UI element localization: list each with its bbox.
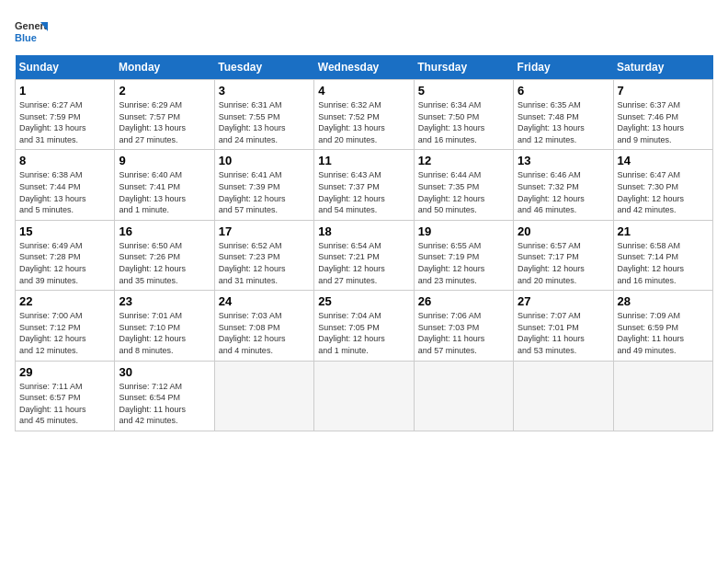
day-number: 14: [618, 154, 709, 167]
day-info: Sunrise: 6:27 AM Sunset: 7:59 PM Dayligh…: [19, 99, 110, 145]
day-number: 10: [219, 154, 310, 167]
calendar-cell: 6Sunrise: 6:35 AM Sunset: 7:48 PM Daylig…: [514, 80, 613, 150]
day-number: 17: [219, 224, 310, 238]
day-info: Sunrise: 6:34 AM Sunset: 7:50 PM Dayligh…: [418, 99, 509, 145]
day-number: 12: [418, 154, 509, 167]
day-info: Sunrise: 6:50 AM Sunset: 7:26 PM Dayligh…: [119, 240, 210, 286]
day-info: Sunrise: 7:09 AM Sunset: 6:59 PM Dayligh…: [618, 310, 709, 356]
calendar-cell: [613, 361, 712, 431]
day-number: 24: [219, 294, 310, 308]
day-info: Sunrise: 6:46 AM Sunset: 7:32 PM Dayligh…: [518, 169, 609, 215]
calendar-cell: 18Sunrise: 6:54 AM Sunset: 7:21 PM Dayli…: [314, 220, 414, 290]
calendar-cell: 9Sunrise: 6:40 AM Sunset: 7:41 PM Daylig…: [115, 150, 214, 220]
day-number: 2: [119, 84, 210, 98]
day-number: 23: [119, 294, 210, 308]
calendar-cell: 25Sunrise: 7:04 AM Sunset: 7:05 PM Dayli…: [314, 291, 414, 361]
day-number: 22: [19, 294, 110, 308]
day-number: 19: [418, 224, 509, 238]
day-info: Sunrise: 6:41 AM Sunset: 7:39 PM Dayligh…: [219, 169, 310, 215]
calendar-cell: 14Sunrise: 6:47 AM Sunset: 7:30 PM Dayli…: [613, 150, 712, 220]
calendar-cell: 20Sunrise: 6:57 AM Sunset: 7:17 PM Dayli…: [514, 220, 613, 290]
calendar-cell: 26Sunrise: 7:06 AM Sunset: 7:03 PM Dayli…: [414, 291, 513, 361]
day-header-tuesday: Tuesday: [214, 55, 313, 80]
day-info: Sunrise: 6:47 AM Sunset: 7:30 PM Dayligh…: [618, 169, 709, 215]
logo-icon: General Blue: [15, 15, 48, 48]
day-number: 15: [19, 224, 110, 238]
day-info: Sunrise: 6:31 AM Sunset: 7:55 PM Dayligh…: [219, 99, 310, 145]
day-header-saturday: Saturday: [613, 55, 712, 80]
day-number: 7: [618, 84, 709, 98]
day-number: 6: [518, 84, 609, 98]
calendar-cell: 12Sunrise: 6:44 AM Sunset: 7:35 PM Dayli…: [414, 150, 513, 220]
calendar-cell: 15Sunrise: 6:49 AM Sunset: 7:28 PM Dayli…: [16, 220, 115, 290]
calendar-cell: [414, 361, 513, 431]
calendar-cell: 22Sunrise: 7:00 AM Sunset: 7:12 PM Dayli…: [16, 291, 115, 361]
day-info: Sunrise: 7:06 AM Sunset: 7:03 PM Dayligh…: [418, 310, 509, 356]
day-info: Sunrise: 6:49 AM Sunset: 7:28 PM Dayligh…: [19, 240, 110, 286]
day-number: 27: [518, 294, 609, 308]
day-number: 28: [618, 294, 709, 308]
day-info: Sunrise: 7:00 AM Sunset: 7:12 PM Dayligh…: [19, 310, 110, 356]
svg-text:Blue: Blue: [15, 32, 37, 43]
day-info: Sunrise: 6:57 AM Sunset: 7:17 PM Dayligh…: [518, 240, 609, 286]
logo: General Blue: [15, 15, 48, 48]
calendar-cell: 5Sunrise: 6:34 AM Sunset: 7:50 PM Daylig…: [414, 80, 513, 150]
day-info: Sunrise: 6:55 AM Sunset: 7:19 PM Dayligh…: [418, 240, 509, 286]
day-info: Sunrise: 6:35 AM Sunset: 7:48 PM Dayligh…: [518, 99, 609, 145]
day-info: Sunrise: 6:44 AM Sunset: 7:35 PM Dayligh…: [418, 169, 509, 215]
calendar-cell: 7Sunrise: 6:37 AM Sunset: 7:46 PM Daylig…: [613, 80, 712, 150]
day-number: 3: [219, 84, 310, 98]
calendar-cell: 13Sunrise: 6:46 AM Sunset: 7:32 PM Dayli…: [514, 150, 613, 220]
day-info: Sunrise: 6:37 AM Sunset: 7:46 PM Dayligh…: [618, 99, 709, 145]
day-info: Sunrise: 7:01 AM Sunset: 7:10 PM Dayligh…: [119, 310, 210, 356]
day-info: Sunrise: 6:38 AM Sunset: 7:44 PM Dayligh…: [19, 169, 110, 215]
calendar-cell: 17Sunrise: 6:52 AM Sunset: 7:23 PM Dayli…: [214, 220, 313, 290]
calendar-cell: 1Sunrise: 6:27 AM Sunset: 7:59 PM Daylig…: [16, 80, 115, 150]
day-info: Sunrise: 6:54 AM Sunset: 7:21 PM Dayligh…: [318, 240, 409, 286]
calendar-cell: 21Sunrise: 6:58 AM Sunset: 7:14 PM Dayli…: [613, 220, 712, 290]
calendar-cell: 29Sunrise: 7:11 AM Sunset: 6:57 PM Dayli…: [16, 361, 115, 431]
calendar-cell: 30Sunrise: 7:12 AM Sunset: 6:54 PM Dayli…: [115, 361, 214, 431]
calendar-cell: 24Sunrise: 7:03 AM Sunset: 7:08 PM Dayli…: [214, 291, 313, 361]
calendar-table: SundayMondayTuesdayWednesdayThursdayFrid…: [15, 55, 713, 431]
day-number: 26: [418, 294, 509, 308]
day-number: 5: [418, 84, 509, 98]
calendar-week-0: 1Sunrise: 6:27 AM Sunset: 7:59 PM Daylig…: [16, 80, 713, 150]
calendar-cell: 4Sunrise: 6:32 AM Sunset: 7:52 PM Daylig…: [314, 80, 414, 150]
header: General Blue: [15, 15, 713, 48]
day-header-sunday: Sunday: [16, 55, 115, 80]
day-info: Sunrise: 7:12 AM Sunset: 6:54 PM Dayligh…: [119, 381, 210, 427]
day-number: 9: [119, 154, 210, 167]
calendar-cell: 3Sunrise: 6:31 AM Sunset: 7:55 PM Daylig…: [214, 80, 313, 150]
calendar-cell: [514, 361, 613, 431]
day-number: 8: [19, 154, 110, 167]
day-header-monday: Monday: [115, 55, 214, 80]
day-number: 29: [19, 365, 110, 379]
day-info: Sunrise: 6:29 AM Sunset: 7:57 PM Dayligh…: [119, 99, 210, 145]
calendar-cell: 19Sunrise: 6:55 AM Sunset: 7:19 PM Dayli…: [414, 220, 513, 290]
day-number: 1: [19, 84, 110, 98]
calendar-week-1: 8Sunrise: 6:38 AM Sunset: 7:44 PM Daylig…: [16, 150, 713, 220]
day-number: 16: [119, 224, 210, 238]
calendar-cell: [214, 361, 313, 431]
day-header-wednesday: Wednesday: [314, 55, 414, 80]
day-number: 30: [119, 365, 210, 379]
day-number: 13: [518, 154, 609, 167]
calendar-cell: 23Sunrise: 7:01 AM Sunset: 7:10 PM Dayli…: [115, 291, 214, 361]
calendar-cell: 27Sunrise: 7:07 AM Sunset: 7:01 PM Dayli…: [514, 291, 613, 361]
day-info: Sunrise: 7:03 AM Sunset: 7:08 PM Dayligh…: [219, 310, 310, 356]
day-number: 25: [318, 294, 409, 308]
day-header-thursday: Thursday: [414, 55, 513, 80]
calendar-cell: 8Sunrise: 6:38 AM Sunset: 7:44 PM Daylig…: [16, 150, 115, 220]
calendar-cell: 11Sunrise: 6:43 AM Sunset: 7:37 PM Dayli…: [314, 150, 414, 220]
day-number: 4: [318, 84, 409, 98]
day-header-friday: Friday: [514, 55, 613, 80]
day-info: Sunrise: 6:43 AM Sunset: 7:37 PM Dayligh…: [318, 169, 409, 215]
day-info: Sunrise: 6:52 AM Sunset: 7:23 PM Dayligh…: [219, 240, 310, 286]
calendar-cell: [314, 361, 414, 431]
calendar-cell: 10Sunrise: 6:41 AM Sunset: 7:39 PM Dayli…: [214, 150, 313, 220]
day-info: Sunrise: 6:40 AM Sunset: 7:41 PM Dayligh…: [119, 169, 210, 215]
calendar-week-4: 29Sunrise: 7:11 AM Sunset: 6:57 PM Dayli…: [16, 361, 713, 431]
svg-text:General: General: [15, 20, 48, 31]
calendar-week-3: 22Sunrise: 7:00 AM Sunset: 7:12 PM Dayli…: [16, 291, 713, 361]
